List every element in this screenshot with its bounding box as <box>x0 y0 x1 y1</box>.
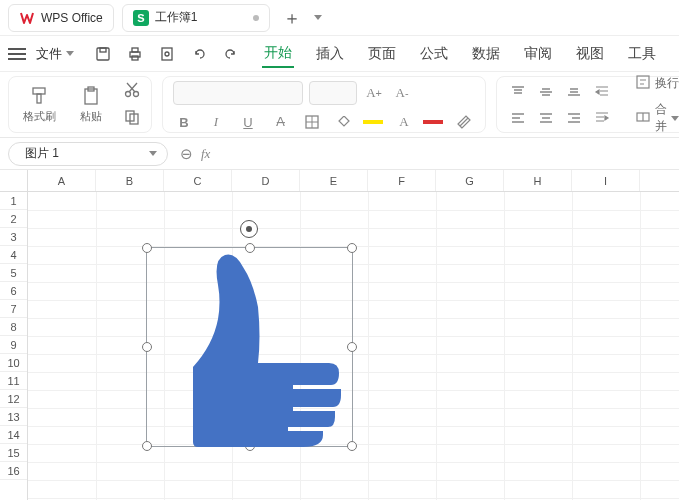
undo-icon[interactable] <box>190 45 208 63</box>
border-button[interactable] <box>301 111 323 133</box>
format-painter-button[interactable]: 格式刷 <box>19 85 59 124</box>
ribbon: 格式刷 粘贴 A+ A- B I U A̶ A <box>0 72 679 138</box>
svg-rect-8 <box>37 94 41 103</box>
row-header[interactable]: 7 <box>0 300 27 318</box>
fill-color-button[interactable] <box>333 111 355 133</box>
print-icon[interactable] <box>126 45 144 63</box>
name-box[interactable]: 图片 1 <box>8 142 168 166</box>
col-header[interactable]: D <box>232 170 300 191</box>
sheet-s-icon: S <box>133 10 149 26</box>
col-header[interactable]: C <box>164 170 232 191</box>
paste-button[interactable]: 粘贴 <box>71 85 111 124</box>
print-preview-icon[interactable] <box>158 45 176 63</box>
indent-decrease-icon[interactable] <box>591 81 613 103</box>
merge-label: 合并 <box>655 101 667 135</box>
col-header[interactable]: G <box>436 170 504 191</box>
col-header[interactable]: E <box>300 170 368 191</box>
redo-icon[interactable] <box>222 45 240 63</box>
name-box-value: 图片 1 <box>25 145 59 162</box>
select-all-corner[interactable] <box>0 170 27 192</box>
col-header[interactable]: F <box>368 170 436 191</box>
hamburger-icon[interactable] <box>8 48 26 60</box>
row-header[interactable]: 8 <box>0 318 27 336</box>
row-header[interactable]: 14 <box>0 426 27 444</box>
merge-cells-button[interactable]: 合并 <box>635 101 679 135</box>
resize-handle-e[interactable] <box>347 342 357 352</box>
resize-handle-se[interactable] <box>347 441 357 451</box>
row-header[interactable]: 16 <box>0 462 27 480</box>
unsaved-dot-icon <box>253 15 259 21</box>
spreadsheet-grid: 1 2 3 4 5 6 7 8 9 10 11 12 13 14 15 16 A… <box>0 170 679 500</box>
clipboard-group: 格式刷 粘贴 <box>8 76 152 133</box>
row-header[interactable]: 6 <box>0 282 27 300</box>
row-header[interactable]: 10 <box>0 354 27 372</box>
cells-canvas[interactable] <box>28 192 679 500</box>
clipboard-extras <box>123 81 141 129</box>
thumbs-up-shape[interactable] <box>163 247 343 447</box>
indent-increase-icon[interactable] <box>591 107 613 129</box>
document-tab[interactable]: S 工作簿1 <box>122 4 271 32</box>
col-header[interactable]: H <box>504 170 572 191</box>
cancel-icon[interactable]: ⊖ <box>180 145 193 163</box>
tab-tools[interactable]: 工具 <box>626 41 658 67</box>
align-right-icon[interactable] <box>563 107 585 129</box>
decrease-font-icon[interactable]: A- <box>391 82 413 104</box>
col-header[interactable]: I <box>572 170 640 191</box>
align-top-icon[interactable] <box>507 81 529 103</box>
row-header[interactable]: 3 <box>0 228 27 246</box>
col-header[interactable]: B <box>96 170 164 191</box>
row-header[interactable]: 13 <box>0 408 27 426</box>
new-tab-button[interactable]: ＋ <box>278 4 306 32</box>
font-color-button[interactable]: A <box>393 111 415 133</box>
row-header[interactable]: 5 <box>0 264 27 282</box>
fx-label[interactable]: fx <box>201 146 210 162</box>
row-headers: 1 2 3 4 5 6 7 8 9 10 11 12 13 14 15 16 <box>0 170 28 500</box>
row-header[interactable]: 4 <box>0 246 27 264</box>
menu-bar: 文件 开始 插入 页面 公式 数据 审阅 视图 工具 <box>0 36 679 72</box>
row-header[interactable]: 15 <box>0 444 27 462</box>
tab-start[interactable]: 开始 <box>262 40 294 68</box>
tab-insert[interactable]: 插入 <box>314 41 346 67</box>
clear-format-button[interactable] <box>453 111 475 133</box>
resize-handle-sw[interactable] <box>142 441 152 451</box>
wrap-text-button[interactable]: 换行 <box>635 74 679 93</box>
align-middle-icon[interactable] <box>535 81 557 103</box>
save-icon[interactable] <box>94 45 112 63</box>
bold-button[interactable]: B <box>173 111 195 133</box>
align-bottom-icon[interactable] <box>563 81 585 103</box>
tab-data[interactable]: 数据 <box>470 41 502 67</box>
app-name: WPS Office <box>41 11 103 25</box>
rotate-handle[interactable] <box>240 220 258 238</box>
file-menu[interactable]: 文件 <box>30 41 80 67</box>
tab-view[interactable]: 视图 <box>574 41 606 67</box>
document-name: 工作簿1 <box>155 9 198 26</box>
tab-page[interactable]: 页面 <box>366 41 398 67</box>
row-header[interactable]: 2 <box>0 210 27 228</box>
col-header[interactable]: A <box>28 170 96 191</box>
font-color-chip <box>423 120 443 124</box>
cut-icon[interactable] <box>123 81 141 102</box>
copy-icon[interactable] <box>123 108 141 129</box>
resize-handle-nw[interactable] <box>142 243 152 253</box>
tab-review[interactable]: 审阅 <box>522 41 554 67</box>
font-size-select[interactable] <box>309 81 357 105</box>
italic-button[interactable]: I <box>205 111 227 133</box>
strike-button[interactable]: A̶ <box>269 111 291 133</box>
resize-handle-ne[interactable] <box>347 243 357 253</box>
tab-overflow-icon[interactable] <box>314 15 322 20</box>
app-tab[interactable]: WPS Office <box>8 4 114 32</box>
tab-formula[interactable]: 公式 <box>418 41 450 67</box>
row-header[interactable]: 11 <box>0 372 27 390</box>
increase-font-icon[interactable]: A+ <box>363 82 385 104</box>
align-center-icon[interactable] <box>535 107 557 129</box>
row-header[interactable]: 1 <box>0 192 27 210</box>
wrap-icon <box>635 74 651 93</box>
font-name-select[interactable] <box>173 81 303 105</box>
row-header[interactable]: 9 <box>0 336 27 354</box>
wrap-label: 换行 <box>655 75 679 92</box>
resize-handle-w[interactable] <box>142 342 152 352</box>
merge-icon <box>635 109 651 128</box>
row-header[interactable]: 12 <box>0 390 27 408</box>
align-left-icon[interactable] <box>507 107 529 129</box>
underline-button[interactable]: U <box>237 111 259 133</box>
